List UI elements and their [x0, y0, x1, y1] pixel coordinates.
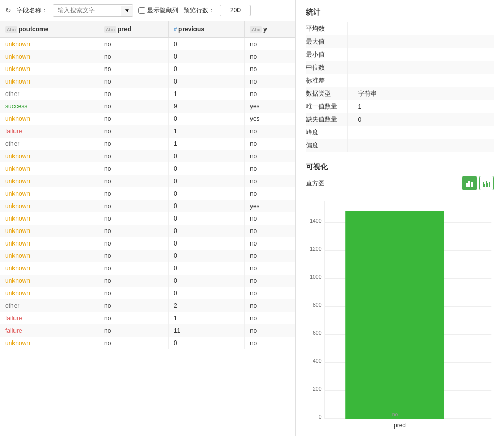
- cell-poutcome: unknown: [0, 37, 99, 50]
- field-label: 字段名称：: [17, 6, 48, 15]
- stats-label: 平均数: [306, 22, 347, 35]
- table-row: unknown no 0 no: [0, 162, 295, 175]
- cell-previous: 1: [168, 88, 244, 100]
- table-wrapper[interactable]: Abcpoutcome Abcpred #previous Abcy: [0, 21, 295, 436]
- cell-y: no: [244, 212, 295, 225]
- stats-value: [347, 139, 494, 152]
- table-row: other no 1 no: [0, 138, 295, 150]
- search-input[interactable]: [53, 5, 121, 16]
- table-row: unknown no 0 no: [0, 275, 295, 287]
- col-header-pred[interactable]: Abcpred: [99, 21, 168, 37]
- cell-pred: no: [99, 275, 168, 287]
- table-row: failure no 11 no: [0, 324, 295, 337]
- cell-pred: no: [99, 287, 168, 299]
- svg-rect-7: [489, 182, 490, 187]
- cell-previous: 1: [168, 312, 244, 324]
- cell-y: no: [244, 187, 295, 200]
- svg-rect-1: [468, 181, 470, 187]
- svg-text:200: 200: [313, 386, 321, 392]
- cell-y: no: [244, 312, 295, 324]
- viz-section-title: 可视化: [306, 162, 494, 172]
- show-hidden-checkbox[interactable]: [138, 7, 145, 14]
- stats-label: 最小值: [306, 48, 347, 61]
- search-dropdown-button[interactable]: ▼: [121, 6, 133, 16]
- stats-row: 平均数: [306, 22, 494, 35]
- stats-label: 唯一值数量: [306, 100, 347, 113]
- table-row: unknown no 0 yes: [0, 113, 295, 125]
- cell-previous: 0: [168, 175, 244, 187]
- col-header-y[interactable]: Abcy: [244, 21, 295, 37]
- bar-chart-icon-button[interactable]: [462, 176, 477, 190]
- svg-rect-5: [486, 181, 487, 187]
- stats-row: 数据类型 字符串: [306, 87, 494, 100]
- table-row: failure no 1 no: [0, 312, 295, 324]
- preview-input[interactable]: [220, 5, 251, 16]
- cell-y: no: [244, 262, 295, 275]
- cell-pred: no: [99, 88, 168, 100]
- table-row: unknown no 0 no: [0, 337, 295, 349]
- cell-poutcome: unknown: [0, 237, 99, 250]
- cell-y: no: [244, 175, 295, 187]
- refresh-button[interactable]: ↻: [5, 6, 11, 15]
- cell-pred: no: [99, 312, 168, 324]
- data-table: Abcpoutcome Abcpred #previous Abcy: [0, 21, 295, 349]
- stats-row: 偏度: [306, 139, 494, 152]
- cell-pred: no: [99, 225, 168, 237]
- col-header-poutcome[interactable]: Abcpoutcome: [0, 21, 99, 37]
- cell-y: no: [244, 275, 295, 287]
- table-row: unknown no 0 yes: [0, 200, 295, 212]
- cell-y: yes: [244, 113, 295, 125]
- svg-rect-0: [466, 183, 468, 187]
- col-header-previous[interactable]: #previous: [168, 21, 244, 37]
- stats-row: 唯一值数量 1: [306, 100, 494, 113]
- table-row: unknown no 0 no: [0, 225, 295, 237]
- cell-y: no: [244, 225, 295, 237]
- stats-body: 平均数 最大值 最小值 中位数 标准差 数据类型 字符串 唯一值数量 1 缺失值…: [306, 22, 494, 152]
- stats-value: 1: [347, 100, 494, 113]
- stats-row: 缺失值数量 0: [306, 113, 494, 126]
- cell-previous: 11: [168, 324, 244, 337]
- stats-label: 数据类型: [306, 87, 347, 100]
- cell-pred: no: [99, 125, 168, 138]
- show-hidden-label: 显示隐藏列: [147, 6, 178, 15]
- svg-text:1400: 1400: [310, 217, 321, 224]
- grouped-bar-chart-icon-button[interactable]: [479, 176, 494, 190]
- cell-pred: no: [99, 75, 168, 88]
- cell-previous: 0: [168, 200, 244, 212]
- histogram-chart: 0 200 400 600 800 1000 1200 1400: [306, 196, 494, 419]
- stats-section-title: 统计: [306, 8, 494, 17]
- left-panel: ↻ 字段名称： ▼ 显示隐藏列 预览行数： Abcpoutcome: [0, 0, 296, 436]
- cell-pred: no: [99, 200, 168, 212]
- cell-pred: no: [99, 324, 168, 337]
- cell-poutcome: success: [0, 100, 99, 113]
- stats-value: [347, 35, 494, 48]
- cell-previous: 9: [168, 100, 244, 113]
- cell-y: no: [244, 299, 295, 312]
- stats-value: [347, 22, 494, 35]
- bar-no: [345, 211, 444, 419]
- cell-previous: 0: [168, 150, 244, 162]
- svg-rect-2: [471, 182, 473, 187]
- table-row: unknown no 0 no: [0, 37, 295, 50]
- cell-y: yes: [244, 200, 295, 212]
- cell-y: no: [244, 250, 295, 262]
- toolbar: ↻ 字段名称： ▼ 显示隐藏列 预览行数：: [0, 0, 295, 21]
- stats-label: 标准差: [306, 74, 347, 87]
- search-wrapper: ▼: [53, 4, 133, 17]
- show-hidden-wrapper: 显示隐藏列: [138, 6, 178, 15]
- stats-label: 缺失值数量: [306, 113, 347, 126]
- cell-y: no: [244, 50, 295, 63]
- cell-pred: no: [99, 63, 168, 75]
- stats-value: 字符串: [347, 87, 494, 100]
- cell-pred: no: [99, 150, 168, 162]
- cell-pred: no: [99, 237, 168, 250]
- cell-poutcome: unknown: [0, 162, 99, 175]
- cell-y: yes: [244, 100, 295, 113]
- cell-previous: 1: [168, 125, 244, 138]
- cell-poutcome: unknown: [0, 150, 99, 162]
- cell-previous: 0: [168, 50, 244, 63]
- viz-row: 直方图: [306, 176, 494, 190]
- cell-poutcome: unknown: [0, 337, 99, 349]
- cell-y: no: [244, 138, 295, 150]
- preview-label: 预览行数：: [184, 6, 215, 15]
